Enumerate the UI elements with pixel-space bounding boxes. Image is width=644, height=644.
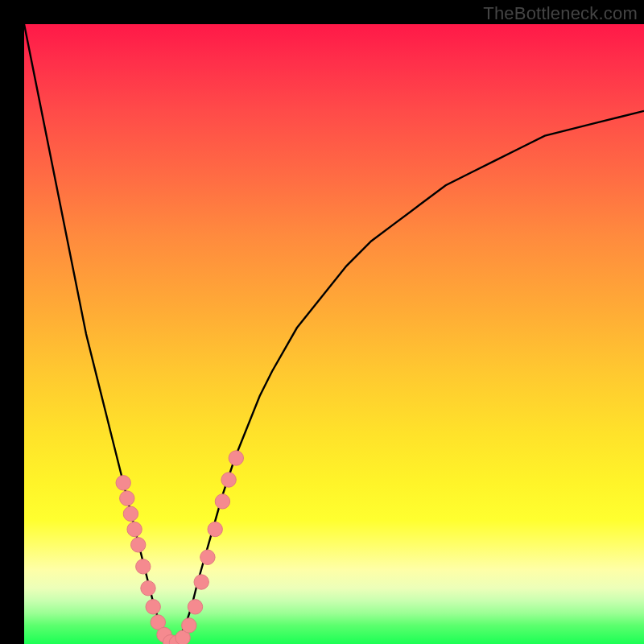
watermark-text: TheBottleneck.com <box>483 3 638 24</box>
marker-group <box>116 451 244 644</box>
data-marker <box>146 600 160 614</box>
data-marker <box>208 522 222 536</box>
bottleneck-curve <box>24 24 644 644</box>
data-marker <box>127 522 142 536</box>
data-marker <box>120 491 134 506</box>
data-marker <box>123 506 138 521</box>
chart-frame: TheBottleneck.com <box>0 0 644 644</box>
plot-area <box>24 24 644 644</box>
data-marker <box>131 538 146 552</box>
curve-layer <box>24 24 644 644</box>
data-marker <box>200 550 215 564</box>
data-marker <box>141 581 155 596</box>
data-marker <box>136 559 151 574</box>
data-marker <box>194 575 208 589</box>
data-marker <box>188 600 202 614</box>
data-marker <box>182 618 196 633</box>
data-marker <box>229 451 243 465</box>
data-marker <box>116 476 130 490</box>
data-marker <box>221 473 236 487</box>
data-marker <box>215 494 229 509</box>
